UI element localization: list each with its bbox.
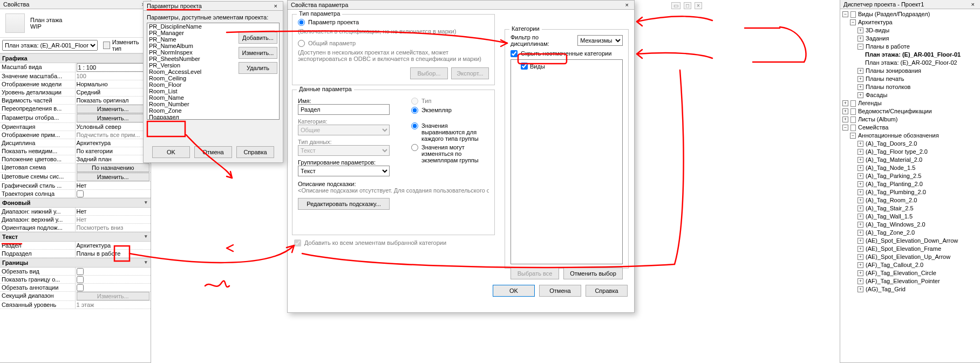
color-sys-button[interactable]: Изменить...	[77, 173, 150, 181]
family-item[interactable]: (A)_Tag_Room_2.0	[866, 196, 917, 204]
categories-tree[interactable]: Виды	[511, 59, 623, 264]
plus-icon[interactable]: +	[858, 28, 863, 33]
deselect-all-button[interactable]: Отменить выбор	[563, 268, 623, 279]
ok-button[interactable]: OK	[152, 146, 190, 158]
color-scheme-button[interactable]: По назначению	[77, 163, 150, 172]
disp-params-button[interactable]: Изменить...	[77, 114, 150, 122]
project-parameters-titlebar[interactable]: Параметры проекта ×	[144, 2, 283, 11]
family-item[interactable]: (A)_Tag_Planting_2.0	[866, 180, 923, 188]
scale-input[interactable]	[77, 63, 150, 72]
close-icon[interactable]: ×	[623, 2, 631, 8]
node-families[interactable]: Семейства	[858, 124, 888, 132]
plus-icon[interactable]: +	[858, 36, 863, 42]
plus-icon[interactable]: +	[858, 141, 863, 147]
select-button[interactable]: Выбор...	[410, 67, 448, 79]
family-item[interactable]: (AF)_Tag_Elevation_Pointer	[866, 277, 940, 285]
param-item[interactable]: Room_Zone	[147, 107, 279, 114]
family-item[interactable]: (A)_Tag_Parking_2.5	[866, 172, 921, 180]
shared-param-radio[interactable]	[298, 40, 305, 47]
restore-icon[interactable]: ▭	[671, 2, 680, 9]
project-browser-tree[interactable]: −Виды (Раздел/Подраздел) −Архитектура +3…	[840, 9, 980, 294]
plus-icon[interactable]: +	[858, 278, 863, 284]
plus-icon[interactable]: +	[858, 230, 863, 236]
cancel-button[interactable]: Отмена	[194, 146, 232, 158]
node-plans-print[interactable]: Планы печать	[866, 75, 904, 83]
node-schedules[interactable]: Ведомости/Спецификации	[858, 107, 932, 115]
discipline-filter[interactable]: Механизмы	[577, 35, 623, 46]
close-icon[interactable]: ×	[272, 3, 280, 9]
export-button[interactable]: Экспорт...	[451, 67, 489, 79]
cancel-button[interactable]: Отмена	[539, 285, 581, 297]
section-edit-button[interactable]: Изменить...	[77, 292, 150, 300]
family-item[interactable]: (A)_Tag_Floor type_2.0	[866, 148, 928, 156]
plus-icon[interactable]: +	[858, 262, 863, 268]
node-views[interactable]: Виды (Раздел/Подраздел)	[858, 10, 930, 18]
family-item[interactable]: (AF)_Tag_Elevation_Circle	[866, 269, 936, 277]
family-item[interactable]: (A)_Tag_Wall_1.5	[866, 213, 913, 221]
group-graphics[interactable]: Графика	[0, 53, 151, 63]
plus-icon[interactable]: +	[858, 197, 863, 203]
plus-icon[interactable]: +	[858, 149, 863, 155]
plus-icon[interactable]: +	[842, 117, 848, 122]
delete-button[interactable]: Удалить	[239, 62, 277, 74]
align-radio[interactable]	[411, 122, 418, 129]
select-all-button[interactable]: Выбрать все	[511, 268, 559, 279]
param-item[interactable]: Room_Floor	[147, 81, 279, 88]
plus-icon[interactable]: +	[858, 84, 863, 90]
plus-icon[interactable]: +	[858, 68, 863, 74]
show-crop-checkbox[interactable]	[77, 276, 84, 283]
group-underlay[interactable]: Фоновый	[0, 198, 151, 208]
plus-icon[interactable]: +	[858, 270, 863, 276]
node-facades[interactable]: Фасады	[866, 91, 887, 99]
family-item[interactable]: (A)_Tag_Stair_2.5	[866, 204, 914, 213]
param-item[interactable]: Подраздел	[147, 114, 279, 120]
plus-icon[interactable]: +	[858, 246, 863, 252]
param-item[interactable]: Room_Name	[147, 94, 279, 101]
project-param-radio[interactable]	[298, 19, 305, 26]
edit-tooltip-button[interactable]: Редактировать подсказку...	[298, 198, 390, 210]
plus-icon[interactable]: +	[842, 100, 848, 106]
plus-icon[interactable]: +	[842, 108, 848, 114]
plus-icon[interactable]: +	[858, 254, 863, 260]
param-item[interactable]: Room_Number	[147, 101, 279, 107]
help-button[interactable]: Справка	[236, 146, 274, 158]
family-item[interactable]: (AF)_Tag_Callout_2.0	[866, 261, 923, 269]
family-item[interactable]: (AG)_Tag_Grid	[866, 285, 906, 293]
sunpath-checkbox[interactable]	[77, 190, 84, 197]
node-architecture[interactable]: Архитектура	[858, 18, 893, 26]
help-button[interactable]: Справка	[586, 285, 628, 297]
minus-icon[interactable]: −	[850, 133, 856, 139]
family-item[interactable]: (A)_Tag_Windows_2.0	[866, 221, 925, 229]
param-item[interactable]: PR_DisciplineName	[147, 23, 279, 30]
node-plan-2[interactable]: План этажа: (E)_AR-002_Floor-02	[865, 59, 957, 67]
vg-edit-button[interactable]: Изменить...	[77, 105, 150, 113]
plus-icon[interactable]: +	[858, 238, 863, 244]
plus-icon[interactable]: +	[858, 214, 863, 220]
family-item[interactable]: (AE)_Spot_Elevation_Down_Arrow	[866, 237, 958, 245]
crop-ann-checkbox[interactable]	[77, 284, 84, 291]
category-item[interactable]: Виды	[530, 63, 545, 70]
maximize-icon[interactable]: □	[684, 2, 691, 9]
node-plan-1[interactable]: План этажа: (E)_AR-001_Floor-01	[865, 51, 961, 59]
hide-unchecked-checkbox[interactable]	[511, 50, 518, 57]
add-all-checkbox[interactable]	[294, 239, 301, 246]
ok-button[interactable]: OK	[493, 285, 535, 297]
name-input[interactable]	[298, 104, 390, 115]
vary-radio[interactable]	[411, 144, 418, 151]
minus-icon[interactable]: −	[842, 125, 848, 131]
edit-type-button[interactable]: Изменить тип	[101, 39, 148, 52]
category-select[interactable]: Общие	[298, 125, 390, 135]
family-item[interactable]: (A)_Tag_Doors_2.0	[866, 140, 917, 148]
family-item[interactable]: (AE)_Spot_Elevation_Up_Arrow	[866, 253, 950, 261]
family-item[interactable]: (AE)_Spot_Elevation_Frame	[866, 245, 941, 253]
type-radio[interactable]	[411, 98, 418, 105]
instance-radio[interactable]	[411, 107, 418, 114]
type-selector[interactable]: План этажа: (E)_AR-001_Floor	[2, 40, 98, 51]
param-item[interactable]: Room_List	[147, 88, 279, 94]
family-item[interactable]: (A)_Tag_Node_1.5	[866, 164, 915, 172]
plus-icon[interactable]: +	[858, 206, 863, 211]
plus-icon[interactable]: +	[858, 76, 863, 82]
node-3d-views[interactable]: 3D-виды	[866, 26, 889, 35]
close-icon[interactable]: ×	[695, 2, 702, 9]
close-icon[interactable]: ×	[969, 1, 977, 8]
